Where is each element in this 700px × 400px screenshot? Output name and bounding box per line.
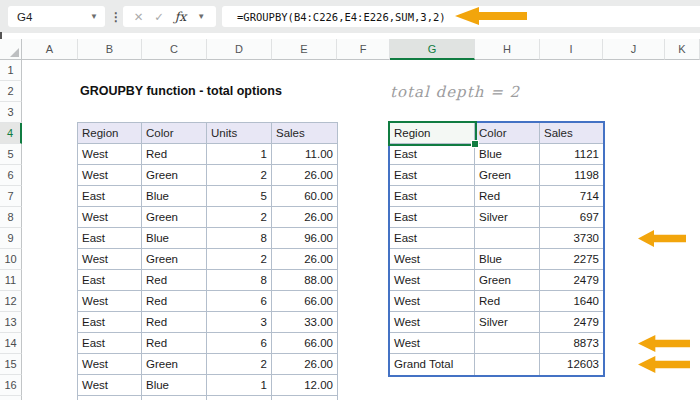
row-header-12[interactable]: 12 — [0, 291, 22, 312]
cell[interactable]: West — [78, 291, 142, 312]
sheet-title[interactable]: GROUPBY function - total options — [80, 81, 282, 102]
cell[interactable]: Red — [142, 270, 207, 291]
cell[interactable] — [272, 396, 337, 400]
row-header-3[interactable]: 3 — [0, 102, 22, 123]
cell[interactable]: Green — [142, 207, 207, 228]
column-header-F[interactable]: F — [337, 39, 390, 60]
cell[interactable]: 26.00 — [272, 165, 337, 186]
cell[interactable]: 6 — [207, 333, 272, 354]
column-header-I[interactable]: I — [540, 39, 603, 60]
column-header-H[interactable]: H — [475, 39, 540, 60]
cell[interactable]: 26.00 — [272, 207, 337, 228]
cell[interactable] — [475, 228, 540, 249]
cell[interactable]: Red — [142, 291, 207, 312]
cell[interactable]: West — [78, 165, 142, 186]
cell[interactable]: 8873 — [540, 333, 603, 354]
row-header-11[interactable]: 11 — [0, 270, 22, 291]
cell[interactable]: West — [390, 270, 475, 291]
cell[interactable]: 66.00 — [272, 333, 337, 354]
column-header-E[interactable]: E — [272, 39, 337, 60]
cell[interactable]: East — [390, 186, 475, 207]
cell[interactable]: 2479 — [540, 270, 603, 291]
column-header-G[interactable]: G — [390, 39, 475, 60]
row-header-9[interactable]: 9 — [0, 228, 22, 249]
header-cell[interactable]: Color — [475, 123, 540, 144]
header-cell[interactable]: Sales — [540, 123, 603, 144]
cell[interactable] — [78, 396, 142, 400]
row-header-7[interactable]: 7 — [0, 186, 22, 207]
cell[interactable]: Blue — [475, 249, 540, 270]
cell[interactable]: Red — [475, 186, 540, 207]
cell[interactable]: 1640 — [540, 291, 603, 312]
cell[interactable]: Green — [475, 270, 540, 291]
row-header-16[interactable]: 16 — [0, 375, 22, 396]
cell[interactable]: 1121 — [540, 144, 603, 165]
cell[interactable]: East — [390, 165, 475, 186]
row-header-clipped[interactable] — [0, 396, 22, 400]
row-header-1[interactable]: 1 — [0, 60, 22, 81]
select-all-button[interactable] — [0, 39, 22, 60]
cell[interactable]: 714 — [540, 186, 603, 207]
cell[interactable]: 26.00 — [272, 354, 337, 375]
cell[interactable]: Green — [475, 165, 540, 186]
column-header-B[interactable]: B — [78, 39, 142, 60]
cell[interactable]: Grand Total — [390, 354, 475, 375]
cell[interactable]: 12.00 — [272, 375, 337, 396]
row-header-10[interactable]: 10 — [0, 249, 22, 270]
name-box[interactable]: G4 ▼ — [8, 6, 105, 27]
cell[interactable]: 60.00 — [272, 186, 337, 207]
cell[interactable]: 66.00 — [272, 291, 337, 312]
cell[interactable]: 2275 — [540, 249, 603, 270]
cell[interactable]: 8 — [207, 270, 272, 291]
cell[interactable]: West — [78, 144, 142, 165]
cell[interactable]: East — [78, 186, 142, 207]
cell[interactable]: Red — [142, 144, 207, 165]
cell[interactable]: East — [390, 228, 475, 249]
header-cell[interactable]: Sales — [272, 123, 337, 144]
cell[interactable]: 5 — [207, 186, 272, 207]
cell[interactable]: 2 — [207, 165, 272, 186]
cell[interactable]: 26.00 — [272, 249, 337, 270]
cell[interactable]: West — [390, 249, 475, 270]
header-cell[interactable]: Units — [207, 123, 272, 144]
cell[interactable]: Red — [142, 312, 207, 333]
row-header-4[interactable]: 4 — [0, 123, 22, 144]
cell[interactable]: Red — [142, 333, 207, 354]
cell[interactable]: East — [78, 228, 142, 249]
cell[interactable]: Blue — [142, 375, 207, 396]
insert-function-icon[interactable]: ƒx — [175, 9, 187, 24]
name-box-chevron-icon[interactable]: ▼ — [90, 12, 105, 21]
cell[interactable]: West — [390, 333, 475, 354]
cell[interactable]: 697 — [540, 207, 603, 228]
cell[interactable]: Green — [142, 249, 207, 270]
cell[interactable]: 2479 — [540, 312, 603, 333]
row-header-2[interactable]: 2 — [0, 81, 22, 102]
cell[interactable] — [475, 333, 540, 354]
cell[interactable]: East — [78, 333, 142, 354]
row-header-6[interactable]: 6 — [0, 165, 22, 186]
cell[interactable]: Blue — [142, 186, 207, 207]
cell[interactable]: West — [78, 354, 142, 375]
cell[interactable]: East — [78, 270, 142, 291]
fx-chevron-icon[interactable]: ▼ — [197, 12, 205, 21]
cell[interactable]: West — [78, 249, 142, 270]
cell[interactable]: Green — [142, 354, 207, 375]
cell[interactable]: 11.00 — [272, 144, 337, 165]
cell[interactable]: 2 — [207, 207, 272, 228]
cell[interactable]: 33.00 — [272, 312, 337, 333]
cell[interactable]: 8 — [207, 228, 272, 249]
column-header-J[interactable]: J — [603, 39, 665, 60]
enter-icon[interactable]: ✓ — [154, 10, 164, 24]
row-header-13[interactable]: 13 — [0, 312, 22, 333]
cell[interactable]: 96.00 — [272, 228, 337, 249]
cell[interactable]: East — [390, 144, 475, 165]
cell[interactable]: 1 — [207, 375, 272, 396]
cell[interactable]: Silver — [475, 312, 540, 333]
cell[interactable]: West — [390, 291, 475, 312]
header-cell[interactable]: Region — [78, 123, 142, 144]
cell[interactable]: 1 — [207, 144, 272, 165]
cell[interactable]: Blue — [142, 228, 207, 249]
cell[interactable] — [142, 396, 207, 400]
cell[interactable]: East — [390, 207, 475, 228]
cell[interactable]: East — [78, 312, 142, 333]
